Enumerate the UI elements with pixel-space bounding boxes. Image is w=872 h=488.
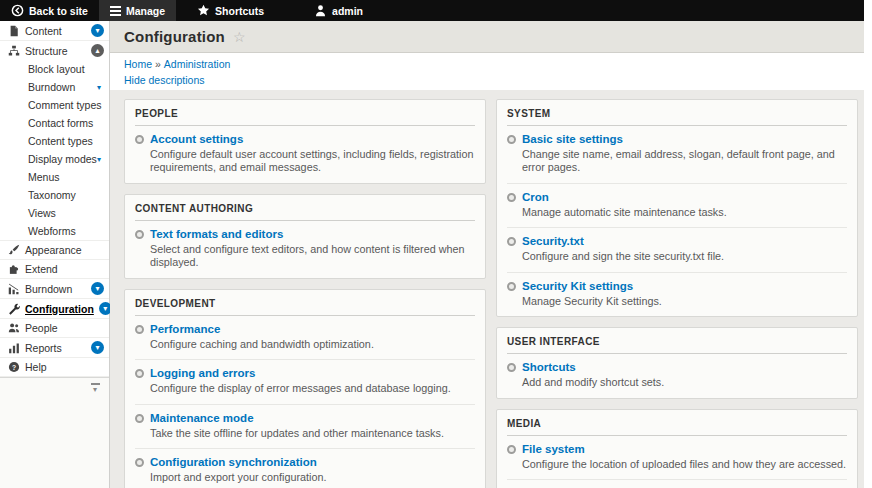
breadcrumb: Home»Administration <box>124 58 850 70</box>
logging-errors-link[interactable]: Logging and errors <box>150 367 255 379</box>
left-column: PEOPLE Account settings Configure defaul… <box>124 99 486 488</box>
back-to-site-button[interactable]: Back to site <box>0 0 99 21</box>
config-item-security-txt: Security.txt Configure and sign the site… <box>507 228 847 272</box>
drupal-admin-app: Back to site Manage Shortcuts admin <box>0 0 864 488</box>
favorite-star-icon[interactable]: ☆ <box>233 29 246 45</box>
panel-system: SYSTEM Basic site settings Change site n… <box>496 99 858 317</box>
sidebar-footer: ▾ <box>0 377 109 488</box>
subitem-label: Taxonomy <box>28 189 105 201</box>
page-title: Configuration <box>124 28 225 45</box>
chevron-down-icon[interactable]: ▾ <box>91 24 104 37</box>
file-system-link[interactable]: File system <box>522 443 585 455</box>
config-description: Import and export your configuration. <box>150 471 475 484</box>
sidebar-subitem-contact-forms[interactable]: Contact forms <box>0 114 109 132</box>
circle-bullet-icon <box>135 135 144 144</box>
sidebar-item-configuration[interactable]: Configuration ▾ <box>0 299 109 319</box>
config-item-basic-site-settings: Basic site settings Change site name, em… <box>507 126 847 184</box>
sidebar-subitem-taxonomy[interactable]: Taxonomy <box>0 186 109 204</box>
help-circle-icon: ? <box>7 361 20 373</box>
chevron-up-icon[interactable]: ▴ <box>91 44 104 57</box>
manage-label: Manage <box>126 5 165 17</box>
performance-link[interactable]: Performance <box>150 323 220 335</box>
config-item-cron: Cron Manage automatic site maintenance t… <box>507 184 847 228</box>
sidebar-subitem-block-layout[interactable]: Block layout <box>0 60 109 78</box>
subitem-label: Block layout <box>28 63 105 75</box>
sidebar-subitem-menus[interactable]: Menus <box>0 168 109 186</box>
svg-text:?: ? <box>11 364 15 371</box>
breadcrumb-separator: » <box>155 58 161 70</box>
shortcuts-tab[interactable]: Shortcuts <box>186 0 275 21</box>
section-title: MEDIA <box>507 410 847 436</box>
circle-bullet-icon <box>507 135 516 144</box>
chevron-down-icon[interactable]: ▾ <box>91 282 104 295</box>
breadcrumb-home-link[interactable]: Home <box>124 58 152 70</box>
security-txt-link[interactable]: Security.txt <box>522 235 584 247</box>
sidebar-item-help[interactable]: ? Help <box>0 358 109 377</box>
maintenance-mode-link[interactable]: Maintenance mode <box>150 412 254 424</box>
circle-bullet-icon <box>507 282 516 291</box>
hamburger-icon <box>110 6 121 16</box>
sidebar-item-structure[interactable]: Structure ▴ <box>0 41 109 60</box>
circle-bullet-icon <box>135 369 144 378</box>
sidebar-subitem-views[interactable]: Views <box>0 204 109 222</box>
username-label: admin <box>332 5 363 17</box>
config-description: Manage Security Kit settings. <box>522 295 847 308</box>
config-panels-region: PEOPLE Account settings Configure defaul… <box>110 90 864 488</box>
security-kit-link[interactable]: Security Kit settings <box>522 280 633 292</box>
breadcrumb-administration-link[interactable]: Administration <box>164 58 231 70</box>
config-description: Change site name, email address, slogan,… <box>522 148 847 175</box>
sidebar-item-extend[interactable]: Extend <box>0 260 109 279</box>
caret-down-icon[interactable]: ▾ <box>97 83 105 92</box>
sidebar-subitem-display-modes[interactable]: Display modes▾ <box>0 150 109 168</box>
config-description: Configure the location of uploaded files… <box>522 458 847 471</box>
sidebar-subitem-content-types[interactable]: Content types <box>0 132 109 150</box>
sidebar-item-reports[interactable]: Reports ▾ <box>0 338 109 358</box>
toolbar-orientation-toggle[interactable]: ▾ <box>89 382 101 396</box>
sidebar-item-people[interactable]: People <box>0 319 109 338</box>
sidebar-subitem-comment-types[interactable]: Comment types <box>0 96 109 114</box>
sidebar-subitem-webforms[interactable]: Webforms <box>0 222 109 241</box>
config-sync-link[interactable]: Configuration synchronization <box>150 456 317 468</box>
account-settings-link[interactable]: Account settings <box>150 133 243 145</box>
user-menu[interactable]: admin <box>303 0 374 21</box>
text-formats-link[interactable]: Text formats and editors <box>150 228 283 240</box>
sidebar-subitem-burndown[interactable]: Burndown▾ <box>0 78 109 96</box>
config-item-config-sync: Configuration synchronization Import and… <box>135 449 475 488</box>
sitemap-icon <box>7 45 20 57</box>
wrench-icon <box>7 303 20 315</box>
star-icon <box>197 4 210 17</box>
chevron-down-icon[interactable]: ▾ <box>91 341 104 354</box>
hide-descriptions-link[interactable]: Hide descriptions <box>124 74 205 86</box>
sidebar-item-label: Content <box>25 25 86 37</box>
shortcuts-link[interactable]: Shortcuts <box>522 361 576 373</box>
panel-user-interface: USER INTERFACE Shortcuts Add and modify … <box>496 327 858 398</box>
circle-bullet-icon <box>135 325 144 334</box>
sidebar-item-burndown[interactable]: Burndown ▾ <box>0 279 109 299</box>
sidebar-item-label: Structure <box>25 45 86 57</box>
section-title: USER INTERFACE <box>507 328 847 354</box>
config-description: Configure the display of error messages … <box>150 382 475 395</box>
sidebar-item-label: Burndown <box>25 283 86 295</box>
panel-content-authoring: CONTENT AUTHORING Text formats and edito… <box>124 194 486 279</box>
sidebar-item-content[interactable]: Content ▾ <box>0 21 109 41</box>
admin-toolbar: Back to site Manage Shortcuts admin <box>0 0 864 21</box>
panel-people: PEOPLE Account settings Configure defaul… <box>124 99 486 184</box>
caret-down-icon[interactable]: ▾ <box>97 155 105 164</box>
config-description: Select and configure text editors, and h… <box>150 243 475 270</box>
sidebar-item-label: Appearance <box>25 244 104 256</box>
circle-bullet-icon <box>507 445 516 454</box>
section-title: CONTENT AUTHORING <box>135 195 475 221</box>
admin-menu-tray: Content ▾ Structure ▴ Block layout Burnd… <box>0 21 110 488</box>
manage-tab[interactable]: Manage <box>99 0 176 21</box>
file-icon <box>7 25 20 37</box>
config-item-image-styles: Image styles Configure styles that can b… <box>507 480 847 488</box>
circle-bullet-icon <box>135 458 144 467</box>
sidebar-item-appearance[interactable]: Appearance <box>0 241 109 260</box>
burndown-chart-icon <box>7 283 20 295</box>
basic-site-settings-link[interactable]: Basic site settings <box>522 133 623 145</box>
cron-link[interactable]: Cron <box>522 191 549 203</box>
circle-bullet-icon <box>507 363 516 372</box>
section-title: SYSTEM <box>507 100 847 126</box>
sidebar-item-label: Extend <box>25 263 104 275</box>
panel-media: MEDIA File system Configure the location… <box>496 409 858 488</box>
